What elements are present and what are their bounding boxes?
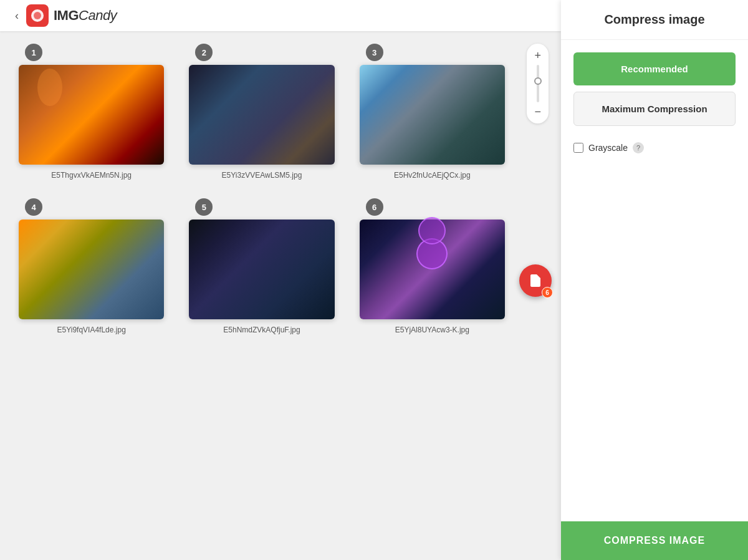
image-badge: 6	[366, 198, 383, 216]
zoom-slider[interactable]	[537, 65, 539, 102]
grayscale-label: Grayscale	[588, 143, 628, 153]
image-filename: E5ThgvxVkAEMn5N.jpg	[51, 171, 132, 180]
back-icon: ‹	[15, 9, 19, 22]
zoom-slider-thumb	[534, 77, 542, 85]
image-thumbnail[interactable]	[360, 65, 505, 165]
image-item: 3E5Hv2fnUcAEjQCx.jpg	[360, 44, 505, 180]
image-thumbnail[interactable]	[19, 220, 164, 319]
svg-point-2	[34, 12, 41, 19]
zoom-controls: + −	[527, 44, 549, 123]
image-badge: 5	[195, 198, 213, 216]
image-thumbnail[interactable]	[189, 220, 334, 319]
image-filename: E5YjAl8UYAcw3-K.jpg	[395, 326, 469, 334]
add-file-button[interactable]: 6	[519, 264, 552, 297]
content-area: + − 1E5ThgvxVkAEMn5N.jpg2E5Yi3zVVEAwLSM5…	[0, 31, 561, 560]
sidebar: Compress image Recommended Maximum Compr…	[561, 0, 748, 560]
app-header: ‹ IMGCandy	[0, 0, 561, 31]
image-filename: E5hNmdZVkAQfjuF.jpg	[223, 326, 300, 334]
image-badge: 4	[25, 198, 42, 216]
image-thumbnail[interactable]	[360, 220, 505, 319]
image-item: 2E5Yi3zVVEAwLSM5.jpg	[189, 44, 334, 180]
image-item: 4E5Yi9fqVIA4fLde.jpg	[19, 198, 164, 334]
image-thumbnail[interactable]	[189, 65, 334, 165]
help-icon[interactable]: ?	[633, 142, 644, 153]
image-item: 5E5hNmdZVkAQfjuF.jpg	[189, 198, 334, 334]
image-filename: E5Yi3zVVEAwLSM5.jpg	[222, 171, 302, 180]
image-thumbnail[interactable]	[19, 65, 164, 165]
back-button[interactable]: ‹	[12, 7, 21, 25]
image-item: 1E5ThgvxVkAEMn5N.jpg	[19, 44, 164, 180]
add-file-badge: 6	[542, 287, 553, 298]
sidebar-title: Compress image	[604, 12, 704, 26]
image-badge: 1	[25, 44, 42, 61]
logo-icon	[26, 4, 49, 27]
zoom-out-button[interactable]: −	[530, 105, 545, 118]
maximum-compression-button[interactable]: Maximum Compression	[573, 92, 736, 126]
logo-text: IMGCandy	[54, 7, 117, 24]
add-file-icon	[528, 273, 543, 288]
image-grid: 1E5ThgvxVkAEMn5N.jpg2E5Yi3zVVEAwLSM5.jpg…	[19, 44, 542, 334]
zoom-in-button[interactable]: +	[530, 49, 545, 62]
image-filename: E5Yi9fqVIA4fLde.jpg	[57, 326, 126, 334]
image-badge: 2	[195, 44, 213, 61]
recommended-button[interactable]: Recommended	[573, 52, 736, 85]
image-item: 6E5YjAl8UYAcw3-K.jpg	[360, 198, 505, 334]
image-filename: E5Hv2fnUcAEjQCx.jpg	[394, 171, 471, 180]
image-badge: 3	[366, 44, 383, 61]
grayscale-row: Grayscale ?	[573, 142, 736, 153]
sidebar-content: Recommended Maximum Compression Grayscal…	[561, 40, 748, 521]
compress-image-button[interactable]: COMPRESS IMAGE	[561, 521, 748, 560]
grayscale-checkbox[interactable]	[573, 143, 583, 153]
sidebar-header: Compress image	[561, 0, 748, 40]
